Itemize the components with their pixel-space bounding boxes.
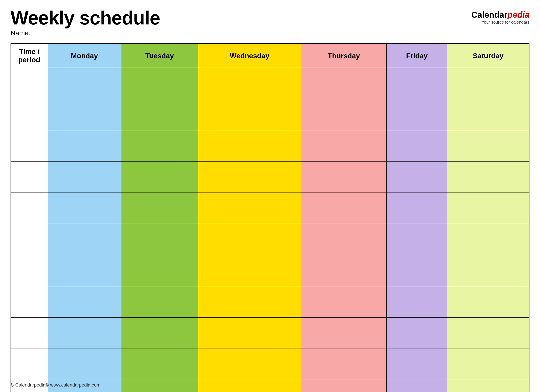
cell-saturday xyxy=(447,349,529,380)
col-header-thursday: Thursday xyxy=(301,44,387,68)
cell-monday xyxy=(48,68,121,99)
cell-wednesday xyxy=(198,318,301,349)
cell-saturday xyxy=(447,318,529,349)
cell-time xyxy=(11,193,48,224)
cell-tuesday xyxy=(121,286,198,318)
cell-wednesday xyxy=(198,68,301,99)
cell-time xyxy=(11,162,48,193)
cell-tuesday xyxy=(121,193,198,224)
cell-wednesday xyxy=(198,380,301,392)
cell-thursday xyxy=(301,380,387,392)
title-section: Weekly schedule Name: xyxy=(10,8,160,37)
cell-monday xyxy=(48,193,121,224)
cell-friday xyxy=(387,193,447,224)
table-row xyxy=(11,318,529,349)
cell-saturday xyxy=(447,68,529,99)
cell-time xyxy=(11,286,48,318)
cell-saturday xyxy=(447,380,529,392)
col-header-saturday: Saturday xyxy=(447,44,529,68)
cell-friday xyxy=(387,255,447,286)
cell-saturday xyxy=(447,255,529,286)
cell-friday xyxy=(387,349,447,380)
cell-time xyxy=(11,68,48,99)
cell-friday xyxy=(387,380,447,392)
footer: © Calendarpedia® www.calendarpedia.com xyxy=(10,382,100,388)
cell-wednesday xyxy=(198,255,301,286)
cell-wednesday xyxy=(198,286,301,318)
cell-thursday xyxy=(301,99,387,130)
col-header-monday: Monday xyxy=(48,44,121,68)
cell-friday xyxy=(387,130,447,162)
cell-wednesday xyxy=(198,224,301,255)
cell-time xyxy=(11,318,48,349)
cell-tuesday xyxy=(121,130,198,162)
table-row xyxy=(11,286,529,318)
cell-thursday xyxy=(301,349,387,380)
cell-wednesday xyxy=(198,99,301,130)
cell-thursday xyxy=(301,162,387,193)
cell-monday xyxy=(48,349,121,380)
cell-monday xyxy=(48,224,121,255)
cell-wednesday xyxy=(198,162,301,193)
cell-thursday xyxy=(301,318,387,349)
cell-friday xyxy=(387,224,447,255)
col-header-friday: Friday xyxy=(387,44,447,68)
cell-friday xyxy=(387,286,447,318)
table-row xyxy=(11,68,529,99)
cell-tuesday xyxy=(121,68,198,99)
page-title: Weekly schedule xyxy=(10,8,160,27)
cell-tuesday xyxy=(121,224,198,255)
cell-thursday xyxy=(301,224,387,255)
cell-time xyxy=(11,349,48,380)
cell-saturday xyxy=(447,99,529,130)
table-row xyxy=(11,349,529,380)
header-row: Time / period Monday Tuesday Wednesday T… xyxy=(11,44,529,68)
cell-monday xyxy=(48,162,121,193)
schedule-body xyxy=(11,68,529,392)
cell-saturday xyxy=(447,130,529,162)
cell-friday xyxy=(387,162,447,193)
cell-thursday xyxy=(301,286,387,318)
cell-tuesday xyxy=(121,255,198,286)
cell-thursday xyxy=(301,193,387,224)
logo-calendar: Calendar xyxy=(471,10,507,20)
header: Weekly schedule Name: Calendarpedia Your… xyxy=(10,8,530,37)
table-row xyxy=(11,193,529,224)
cell-time xyxy=(11,255,48,286)
cell-monday xyxy=(48,318,121,349)
cell-monday xyxy=(48,99,121,130)
cell-wednesday xyxy=(198,193,301,224)
table-row xyxy=(11,224,529,255)
cell-time xyxy=(11,99,48,130)
cell-saturday xyxy=(447,193,529,224)
cell-friday xyxy=(387,99,447,130)
cell-friday xyxy=(387,68,447,99)
cell-monday xyxy=(48,255,121,286)
cell-thursday xyxy=(301,255,387,286)
cell-time xyxy=(11,224,48,255)
cell-time xyxy=(11,130,48,162)
cell-tuesday xyxy=(121,162,198,193)
name-label: Name: xyxy=(10,29,160,37)
cell-saturday xyxy=(447,162,529,193)
cell-tuesday xyxy=(121,349,198,380)
cell-monday xyxy=(48,286,121,318)
cell-tuesday xyxy=(121,318,198,349)
cell-tuesday xyxy=(121,99,198,130)
cell-saturday xyxy=(447,286,529,318)
schedule-table: Time / period Monday Tuesday Wednesday T… xyxy=(10,43,530,392)
logo-pedia: pedia xyxy=(508,10,530,20)
col-header-time: Time / period xyxy=(11,44,48,68)
cell-thursday xyxy=(301,68,387,99)
table-row xyxy=(11,130,529,162)
logo-text: Calendarpedia xyxy=(471,10,530,19)
cell-saturday xyxy=(447,224,529,255)
cell-friday xyxy=(387,318,447,349)
cell-monday xyxy=(48,130,121,162)
table-row xyxy=(11,162,529,193)
cell-wednesday xyxy=(198,130,301,162)
cell-tuesday xyxy=(121,380,198,392)
cell-wednesday xyxy=(198,349,301,380)
logo-subtitle: Your source for calendars xyxy=(482,20,530,25)
table-row xyxy=(11,99,529,130)
